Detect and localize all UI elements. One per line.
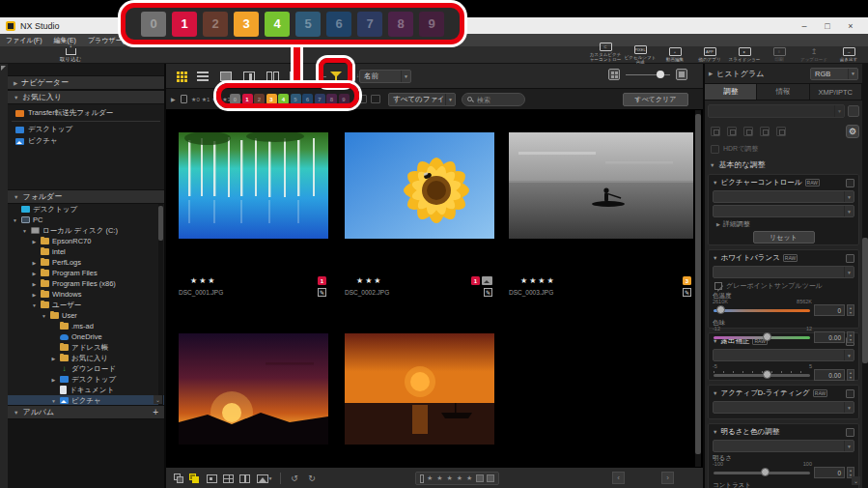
protect-filter-icon[interactable] xyxy=(181,95,187,103)
thumbnail-image[interactable] xyxy=(345,132,494,239)
single-preview-button[interactable] xyxy=(205,473,218,484)
folder-tree-item[interactable]: .ms-ad xyxy=(8,321,164,331)
thumbnail-list-view-button[interactable] xyxy=(195,69,210,84)
import-button[interactable]: 取り込む xyxy=(50,46,91,64)
filmstrip-mode-button[interactable] xyxy=(187,473,201,484)
panel-scroll-down-icon[interactable]: ⌄ xyxy=(852,476,860,485)
hide-palette-button[interactable] xyxy=(1,66,6,71)
apply-checkbox[interactable] xyxy=(846,254,854,263)
folder-tree-item[interactable]: ▶お気に入り xyxy=(8,353,164,363)
folder-tree-item[interactable]: ▼ローカル ディスク (C:) xyxy=(8,225,164,236)
image-view-button[interactable] xyxy=(218,69,234,84)
thumbnail-size-slider[interactable] xyxy=(626,69,670,80)
thumbnail-image[interactable] xyxy=(179,132,328,239)
gear-icon[interactable]: ⚙ xyxy=(846,125,859,138)
gray-point-tool[interactable]: グレーポイントサンプルツール xyxy=(713,280,854,291)
search-input[interactable] xyxy=(477,97,519,103)
rotate-right-button[interactable]: ↻ xyxy=(305,473,319,484)
section-header[interactable]: ▼ 明るさと色の調整 xyxy=(713,426,854,438)
folder-tree-item[interactable]: ↓ダウンロード xyxy=(8,363,164,374)
folder-tree-item[interactable]: デスクトップ xyxy=(8,204,164,215)
image-with-filmstrip-button[interactable] xyxy=(241,69,257,84)
picture-control-sub-select[interactable]: ▼ xyxy=(713,205,854,217)
pin-icon[interactable] xyxy=(420,474,424,483)
temperature-slider[interactable]: 0 ▲▼ xyxy=(713,304,854,318)
tab-info[interactable]: 情報 xyxy=(757,84,809,100)
photo-display-mode-button[interactable]: ▼ xyxy=(255,473,274,484)
section-header[interactable]: ▼ ホワイトバランス RAW xyxy=(713,252,854,264)
menu-edit[interactable]: 編集(E) xyxy=(54,36,76,45)
rating-stars[interactable]: ★★★★ xyxy=(509,276,693,285)
menu-file[interactable]: ファイル(F) xyxy=(6,36,42,45)
albums-header[interactable]: ▼ アルバム + xyxy=(8,405,164,419)
rating-stars[interactable]: ★★★ xyxy=(179,276,328,285)
folder-tree-item-selected[interactable]: ▼ピクチャ xyxy=(8,395,164,405)
slideshow-button[interactable]: ▸ スライドショー xyxy=(727,47,762,62)
favorite-item-transfer[interactable]: Transfer転送先フォルダー xyxy=(8,107,164,119)
next-image-button[interactable]: › xyxy=(661,472,674,484)
add-album-button[interactable]: + xyxy=(153,408,158,417)
thumbnail-size-large-icon[interactable] xyxy=(676,69,687,80)
thumbnail-image[interactable] xyxy=(509,132,693,239)
histogram-channel-select[interactable]: RGB ▼ xyxy=(810,68,858,80)
tab-adjustments[interactable]: 調整 xyxy=(705,84,757,100)
folder-tree-item[interactable]: ▶Program Files (x86) xyxy=(8,278,164,289)
crop-icon[interactable] xyxy=(760,127,770,136)
folder-tree-item[interactable]: ▼PC xyxy=(8,215,164,225)
d-lighting-select[interactable]: ▼ xyxy=(713,401,854,414)
folder-tree-item[interactable]: ドキュメント xyxy=(8,385,164,395)
folder-tree-item[interactable]: ▶EpsonRC70 xyxy=(8,236,164,246)
export-button[interactable]: → 書き出す xyxy=(831,47,866,62)
detail-adjust-toggle[interactable]: ▶ 詳細調整 xyxy=(713,219,854,229)
apply-checkbox[interactable] xyxy=(846,179,854,187)
filter-expand-icon[interactable]: ▶ xyxy=(171,96,176,102)
revert-icon[interactable] xyxy=(776,127,786,136)
favorite-item-desktop[interactable]: デスクトップ xyxy=(8,124,164,135)
label-toggle-icon[interactable] xyxy=(476,474,484,482)
browser-scrollbar[interactable] xyxy=(695,110,701,467)
favorites-header[interactable]: ▼ お気に入り xyxy=(8,90,164,104)
apply-checkbox[interactable] xyxy=(846,428,854,437)
section-header[interactable]: ▼ ピクチャーコントロール RAW xyxy=(713,177,854,188)
close-button[interactable]: × xyxy=(839,21,862,31)
exposure-slider[interactable]: 0.00 ▲▼ xyxy=(713,369,854,383)
stepper-icon[interactable]: ▲▼ xyxy=(847,369,854,381)
folder-tree-item[interactable]: ▶Windows xyxy=(8,289,164,300)
thumbnail-image[interactable] xyxy=(179,333,328,445)
histogram-header[interactable]: ▶ ヒストグラム RGB ▼ xyxy=(705,64,862,83)
folder-tree-item[interactable]: ▼User xyxy=(8,310,164,321)
stepper-icon[interactable]: ▲▼ xyxy=(847,304,854,316)
hdr-checkbox[interactable] xyxy=(711,145,719,154)
folder-tree-item[interactable]: ▶デスクトップ xyxy=(8,374,164,385)
preset-menu-button[interactable] xyxy=(848,105,859,117)
tint-slider[interactable]: 0.00 ▲▼ xyxy=(713,331,854,345)
split-preview-button[interactable] xyxy=(238,473,251,484)
navigator-header[interactable]: ▶ ナビゲーター xyxy=(8,75,164,90)
other-apps-button[interactable]: APP 他のアプリ xyxy=(692,47,727,62)
stepper-icon[interactable]: ▲▼ xyxy=(847,331,854,343)
tree-scroll-down-icon[interactable]: ⌄ xyxy=(154,395,162,404)
multi-thumbnail-mode-button[interactable] xyxy=(172,473,185,484)
folder-tree-item[interactable]: ▼ユーザー xyxy=(8,300,164,310)
star-filter-0[interactable]: ★0 xyxy=(191,96,200,102)
brightness-color-select[interactable]: ▼ xyxy=(713,440,854,452)
thumbnail-grid-view-button[interactable] xyxy=(174,69,189,84)
apply-checkbox[interactable] xyxy=(846,389,854,398)
picture-control-select[interactable]: ▼ xyxy=(713,190,854,203)
video-edit-button[interactable]: + 動画編集 xyxy=(658,47,692,62)
edit-toggle-icon[interactable] xyxy=(487,474,494,482)
minimize-button[interactable]: – xyxy=(793,21,816,31)
folder-tree-item[interactable]: アドレス帳 xyxy=(8,342,164,353)
sort-select[interactable]: 名前 ▼ xyxy=(359,70,411,83)
reset-button[interactable]: リセット xyxy=(753,231,815,244)
rating-stars-control[interactable]: ★ ★ ★ ★ ★ xyxy=(427,474,473,482)
rotate-left-button[interactable]: ↺ xyxy=(288,473,301,484)
white-balance-select[interactable]: ▼ xyxy=(713,266,854,278)
save-adjustments-icon[interactable] xyxy=(743,127,753,136)
file-format-filter-select[interactable]: すべてのファイル形式 ▼ xyxy=(388,93,456,106)
brightness-slider[interactable]: 0 ▲▼ xyxy=(713,467,854,480)
tab-xmp-iptc[interactable]: XMP/IPTC xyxy=(810,84,862,100)
folder-tree-item[interactable]: OneDrive xyxy=(8,331,164,342)
paste-adjustments-icon[interactable] xyxy=(727,127,737,136)
thumbnail-image[interactable] xyxy=(345,333,494,445)
